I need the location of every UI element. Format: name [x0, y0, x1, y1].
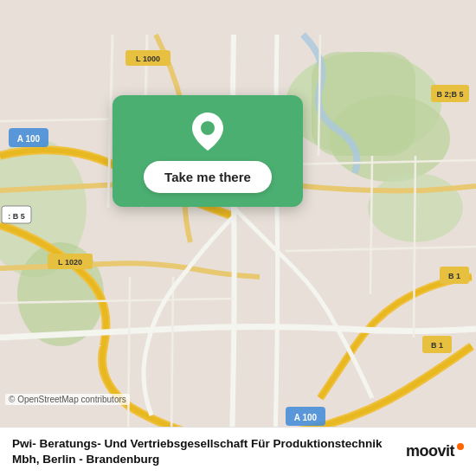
svg-text:L 1000: L 1000 — [136, 55, 160, 63]
svg-rect-3 — [312, 52, 415, 156]
map-container: A 100 : B 5 L 1000 L 1020 A 100 B 1 B 1 … — [0, 0, 476, 476]
attribution-text: © OpenStreetMap contributors — [9, 395, 126, 404]
map-pin-icon — [192, 113, 223, 151]
moovit-logo: moovit — [406, 442, 464, 460]
svg-text:A 100: A 100 — [294, 413, 318, 422]
svg-text:A 100: A 100 — [17, 134, 41, 144]
business-info: Pwi- Beratungs- Und Vertriebsgesellschaf… — [12, 436, 396, 467]
moovit-brand-text: moovit — [406, 442, 454, 460]
svg-text:: B 5: : B 5 — [8, 212, 25, 221]
moovit-dot — [457, 443, 464, 450]
svg-text:B 1: B 1 — [448, 272, 460, 280]
svg-point-24 — [201, 121, 215, 135]
svg-text:B 1: B 1 — [431, 341, 443, 350]
bottom-info-bar: Pwi- Beratungs- Und Vertriebsgesellschaf… — [0, 427, 476, 476]
map-attribution: © OpenStreetMap contributors — [5, 394, 130, 405]
svg-text:L 1020: L 1020 — [58, 258, 82, 267]
take-me-there-button[interactable]: Take me there — [144, 161, 272, 193]
svg-text:B 2;B 5: B 2;B 5 — [436, 90, 463, 99]
business-name: Pwi- Beratungs- Und Vertriebsgesellschaf… — [12, 436, 396, 467]
location-overlay-panel: Take me there — [113, 95, 303, 207]
